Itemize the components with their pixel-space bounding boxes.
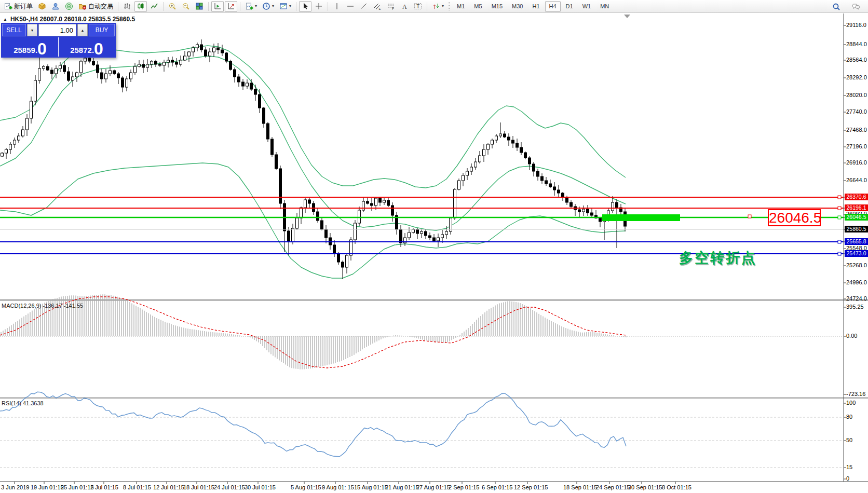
bollinger-lower-band bbox=[0, 163, 626, 278]
volume-input[interactable] bbox=[38, 24, 76, 36]
timeframe-m15-button[interactable]: M15 bbox=[487, 1, 507, 12]
time-axis-label: 18 Jul 01:15 bbox=[183, 484, 214, 490]
volume-increase-button[interactable]: ▲ bbox=[77, 24, 88, 36]
macd-axis-tick: 395.25 bbox=[846, 304, 864, 310]
time-axis-label: 24 Sep 01:15 bbox=[596, 484, 630, 490]
line-anchor-square[interactable] bbox=[838, 216, 841, 219]
sell-price-main: 25859 bbox=[13, 46, 35, 56]
trendline-button[interactable] bbox=[358, 1, 370, 12]
auto-scroll-button[interactable] bbox=[225, 1, 237, 12]
price-axis-tick: 29116.0 bbox=[846, 22, 866, 28]
tile-windows-button[interactable] bbox=[193, 1, 206, 12]
line-anchor-square[interactable] bbox=[838, 252, 841, 255]
collapse-arrow-icon[interactable]: ▲ bbox=[3, 17, 7, 22]
price-level-tag: 25860.5 bbox=[845, 226, 868, 232]
timeframe-d1-button[interactable]: D1 bbox=[562, 1, 577, 12]
dropdown-caret-icon: ▾ bbox=[442, 4, 444, 8]
arrows-button[interactable]: ▾ bbox=[430, 1, 446, 12]
toolbar-right-group bbox=[830, 1, 863, 12]
chart-shift-button[interactable] bbox=[211, 1, 224, 12]
timeframe-h1-button[interactable]: H1 bbox=[528, 1, 544, 12]
chart-canvas[interactable] bbox=[0, 0, 868, 493]
timeframe-mn-button[interactable]: MN bbox=[596, 1, 613, 12]
toolbar-separator bbox=[296, 2, 296, 11]
label-icon: T bbox=[414, 2, 422, 10]
price-callout-label[interactable]: 26046.5 bbox=[768, 209, 821, 226]
rsi-axis-tick: 50 bbox=[846, 437, 852, 443]
trade-panel-prices: 25859.0 25872.0 bbox=[2, 37, 115, 57]
time-axis-label: 2 Sep 01:15 bbox=[449, 484, 479, 490]
turning-point-annotation[interactable]: 多空转折点 bbox=[679, 249, 757, 267]
price-axis-tick: 24996.0 bbox=[846, 279, 867, 285]
toolbar-drag-handle bbox=[449, 2, 450, 11]
timeframe-m30-button[interactable]: M30 bbox=[508, 1, 527, 12]
line-anchor-square[interactable] bbox=[838, 207, 841, 210]
fibonacci-button[interactable]: F bbox=[385, 1, 397, 12]
svg-text:A: A bbox=[402, 3, 407, 10]
candlestick-chart-button[interactable] bbox=[134, 1, 147, 12]
crosshair-icon bbox=[315, 2, 323, 10]
new-order-button[interactable]: 新订单 bbox=[2, 1, 35, 12]
signals-button[interactable] bbox=[63, 1, 75, 12]
indicators-button[interactable]: ▾ bbox=[243, 1, 259, 12]
timeframe-m1-button[interactable]: M1 bbox=[453, 1, 469, 12]
arrows-icon bbox=[432, 2, 440, 10]
dropdown-caret-icon: ▾ bbox=[289, 4, 291, 8]
toolbar-separator bbox=[240, 2, 240, 11]
callout-anchor-square[interactable] bbox=[748, 215, 751, 218]
price-axis-tick: 26916.0 bbox=[846, 159, 867, 166]
highlight-segment[interactable] bbox=[602, 214, 680, 221]
clock-icon bbox=[262, 2, 270, 10]
line-anchor-square[interactable] bbox=[838, 240, 841, 243]
template-icon bbox=[279, 2, 288, 10]
horizontal-line-button[interactable] bbox=[344, 1, 357, 12]
volume-decrease-button[interactable]: ▼ bbox=[27, 24, 37, 36]
text-button[interactable]: A bbox=[398, 1, 411, 12]
rsi-axis-tick: 80 bbox=[846, 414, 852, 420]
zoom-in-button[interactable] bbox=[166, 1, 179, 12]
chart-shift-marker-icon[interactable] bbox=[624, 15, 630, 18]
buy-button[interactable]: BUY bbox=[89, 24, 115, 36]
vertical-line-button[interactable] bbox=[331, 1, 343, 12]
line-anchor-square[interactable] bbox=[838, 196, 841, 199]
price-axis-tick: 27196.0 bbox=[846, 143, 867, 149]
cursor-button[interactable] bbox=[299, 1, 311, 12]
bar-chart-button[interactable] bbox=[121, 1, 133, 12]
chat-button[interactable] bbox=[850, 1, 862, 12]
package-icon bbox=[38, 2, 46, 10]
periods-button[interactable]: ▾ bbox=[260, 1, 276, 12]
trend-icon bbox=[360, 2, 368, 10]
auto-trading-button[interactable]: 自动交易 bbox=[76, 1, 115, 12]
sell-price[interactable]: 25859.0 bbox=[2, 37, 58, 57]
svg-text:T: T bbox=[416, 4, 419, 9]
bars-icon bbox=[123, 2, 131, 10]
sell-button[interactable]: SELL bbox=[2, 24, 26, 36]
autotrade-icon bbox=[78, 2, 87, 10]
timeframe-h4-button[interactable]: H4 bbox=[545, 1, 561, 12]
macd-histogram bbox=[1, 294, 626, 369]
time-axis-label: 25 Jun 01:15 bbox=[61, 484, 94, 490]
rsi-axis-tick: 0 bbox=[846, 475, 849, 482]
equidistant-channel-button[interactable]: E bbox=[371, 1, 384, 12]
search-button[interactable] bbox=[830, 1, 843, 12]
scroll-icon bbox=[227, 2, 235, 10]
timeframe-w1-button[interactable]: W1 bbox=[578, 1, 595, 12]
market-watch-button[interactable] bbox=[36, 1, 48, 12]
text-label-button[interactable]: T bbox=[412, 1, 424, 12]
line-chart-button[interactable] bbox=[148, 1, 160, 12]
trade-panel-controls: SELL ▼ ▲ BUY bbox=[2, 24, 115, 36]
tile-icon bbox=[195, 2, 204, 10]
zoom-out-button[interactable] bbox=[180, 1, 192, 12]
toolbar-separator bbox=[427, 2, 427, 11]
crosshair-button[interactable] bbox=[313, 1, 325, 12]
time-axis-label: 15 Aug 01:15 bbox=[354, 484, 388, 490]
time-axis-label: 18 Sep 01:15 bbox=[563, 484, 597, 490]
time-axis-label: 21 Aug 01:15 bbox=[385, 484, 419, 490]
templates-button[interactable]: ▾ bbox=[277, 1, 293, 12]
symbol-ohlc-text: HK50-,H4 26007.0 26018.0 25835.5 25860.5 bbox=[10, 16, 135, 23]
price-axis-tick: 27468.0 bbox=[846, 127, 867, 133]
timeframe-m5-button[interactable]: M5 bbox=[470, 1, 486, 12]
buy-price[interactable]: 25872.0 bbox=[59, 37, 115, 57]
profile-button[interactable] bbox=[49, 1, 62, 12]
price-axis-tick: 26644.0 bbox=[846, 177, 867, 183]
